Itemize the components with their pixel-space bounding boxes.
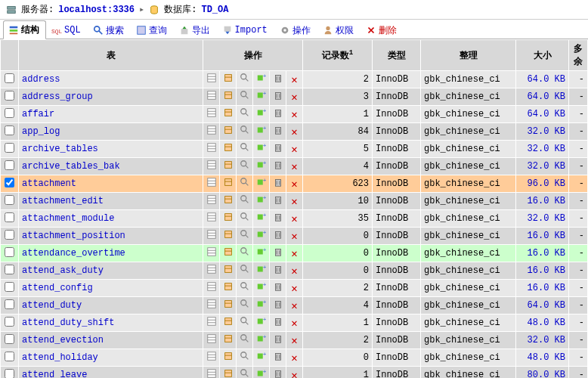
tab-操作[interactable]: 操作 [274, 20, 317, 39]
size-link[interactable]: 16.0 KB [528, 283, 565, 293]
table-name-link[interactable]: address_group [22, 91, 93, 102]
row-checkbox[interactable] [5, 317, 14, 327]
tab-结构[interactable]: 结构 [3, 20, 46, 39]
table-name-link[interactable]: attend_leave [22, 370, 87, 378]
table-name-link[interactable]: address [22, 74, 60, 85]
row-checkbox[interactable] [5, 369, 14, 379]
row-checkbox[interactable] [5, 108, 14, 118]
row-checkbox[interactable] [5, 299, 14, 309]
table-name-link[interactable]: app_log [22, 126, 60, 137]
op-structure[interactable] [220, 297, 237, 314]
row-checkbox[interactable] [5, 352, 14, 361]
op-browse[interactable] [203, 210, 220, 228]
op-insert[interactable]: + [253, 280, 270, 297]
size-link[interactable]: 48.0 KB [528, 352, 565, 363]
op-insert[interactable]: + [253, 367, 270, 379]
op-structure[interactable] [220, 141, 237, 158]
row-checkbox[interactable] [5, 125, 14, 135]
op-drop[interactable]: ✕ [286, 88, 303, 106]
op-empty[interactable] [270, 280, 286, 297]
op-drop[interactable]: ✕ [286, 175, 303, 193]
op-insert[interactable]: + [253, 314, 270, 332]
op-empty[interactable] [270, 88, 286, 106]
table-name-link[interactable]: affair [22, 109, 54, 119]
server-link[interactable]: localhost:3336 [58, 5, 135, 15]
op-drop[interactable]: ✕ [286, 280, 303, 297]
op-browse[interactable] [203, 245, 220, 262]
row-checkbox[interactable] [5, 230, 14, 240]
op-insert[interactable]: + [253, 297, 270, 314]
op-structure[interactable] [220, 332, 237, 349]
op-browse[interactable] [203, 280, 220, 297]
op-insert[interactable]: + [253, 141, 270, 158]
op-structure[interactable] [220, 228, 237, 245]
op-empty[interactable] [270, 158, 286, 175]
op-drop[interactable]: ✕ [286, 158, 303, 175]
op-search[interactable] [237, 367, 253, 379]
row-checkbox[interactable] [5, 282, 14, 292]
op-drop[interactable]: ✕ [286, 193, 303, 210]
op-search[interactable] [237, 297, 253, 314]
op-drop[interactable]: ✕ [286, 367, 303, 379]
op-empty[interactable] [270, 123, 286, 141]
table-name-link[interactable]: attachment_edit [22, 196, 104, 206]
op-empty[interactable] [270, 141, 286, 158]
row-checkbox[interactable] [5, 178, 14, 187]
op-structure[interactable] [220, 280, 237, 297]
op-search[interactable] [237, 210, 253, 228]
table-name-link[interactable]: archive_tables [22, 144, 98, 154]
op-insert[interactable]: + [253, 193, 270, 210]
op-insert[interactable]: + [253, 210, 270, 228]
op-search[interactable] [237, 314, 253, 332]
op-search[interactable] [237, 158, 253, 175]
size-link[interactable]: 16.0 KB [528, 196, 565, 206]
op-drop[interactable]: ✕ [286, 314, 303, 332]
op-empty[interactable] [270, 332, 286, 349]
table-name-link[interactable]: attend_duty_shift [22, 318, 114, 328]
op-search[interactable] [237, 71, 253, 88]
row-checkbox[interactable] [5, 91, 14, 101]
op-drop[interactable]: ✕ [286, 228, 303, 245]
tab-查询[interactable]: 查询 [131, 20, 174, 39]
op-drop[interactable]: ✕ [286, 349, 303, 367]
row-checkbox[interactable] [5, 265, 14, 274]
op-insert[interactable]: + [253, 106, 270, 123]
op-search[interactable] [237, 349, 253, 367]
row-checkbox[interactable] [5, 247, 14, 257]
op-browse[interactable] [203, 193, 220, 210]
op-structure[interactable] [220, 245, 237, 262]
op-insert[interactable]: + [253, 349, 270, 367]
size-link[interactable]: 32.0 KB [528, 144, 565, 154]
op-drop[interactable]: ✕ [286, 332, 303, 349]
op-browse[interactable] [203, 314, 220, 332]
size-link[interactable]: 32.0 KB [528, 213, 565, 224]
op-browse[interactable] [203, 262, 220, 280]
op-insert[interactable]: + [253, 123, 270, 141]
op-browse[interactable] [203, 88, 220, 106]
op-search[interactable] [237, 123, 253, 141]
size-link[interactable]: 32.0 KB [528, 126, 565, 137]
op-browse[interactable] [203, 71, 220, 88]
op-drop[interactable]: ✕ [286, 245, 303, 262]
op-search[interactable] [237, 262, 253, 280]
op-browse[interactable] [203, 106, 220, 123]
row-checkbox[interactable] [5, 160, 14, 170]
op-empty[interactable] [270, 297, 286, 314]
table-name-link[interactable]: attendance_overtime [22, 248, 125, 259]
op-browse[interactable] [203, 141, 220, 158]
op-insert[interactable]: + [253, 175, 270, 193]
tab-sql[interactable]: SQLSQL [46, 20, 88, 39]
database-link[interactable]: TD_OA [201, 5, 228, 15]
size-link[interactable]: 32.0 KB [528, 161, 565, 172]
op-structure[interactable] [220, 262, 237, 280]
size-link[interactable]: 96.0 KB [528, 178, 565, 189]
op-empty[interactable] [270, 193, 286, 210]
tab-导出[interactable]: 导出 [174, 20, 217, 39]
op-search[interactable] [237, 332, 253, 349]
op-empty[interactable] [270, 262, 286, 280]
op-structure[interactable] [220, 106, 237, 123]
op-browse[interactable] [203, 349, 220, 367]
op-insert[interactable]: + [253, 71, 270, 88]
op-insert[interactable]: + [253, 88, 270, 106]
op-insert[interactable]: + [253, 262, 270, 280]
